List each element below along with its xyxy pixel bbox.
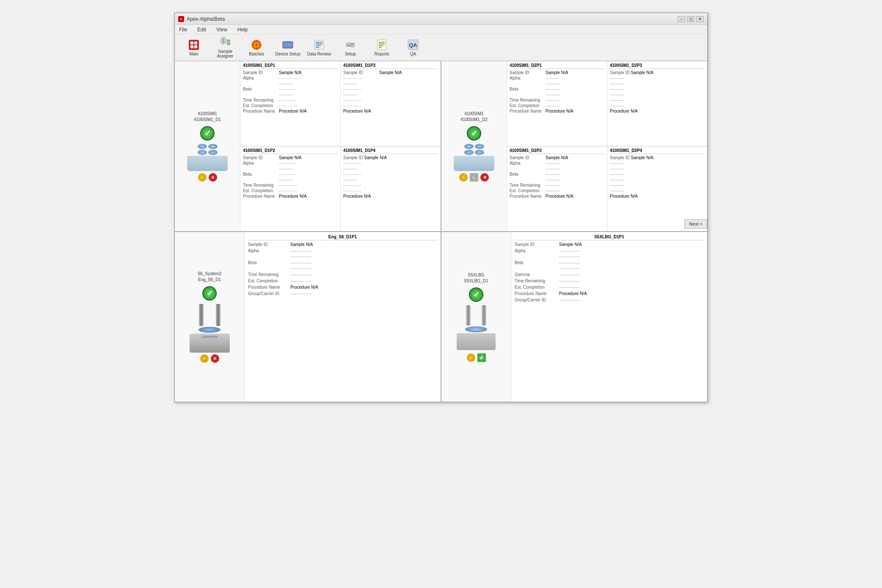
minimize-button[interactable]: – bbox=[678, 16, 685, 22]
maximize-button[interactable]: ◻ bbox=[687, 16, 695, 22]
det-bl-body: CANBERRA bbox=[188, 304, 231, 353]
next-button[interactable]: Next > bbox=[684, 219, 707, 229]
svg-point-12 bbox=[255, 44, 258, 46]
svg-point-16 bbox=[285, 44, 287, 46]
tr-x-icon: ✕ bbox=[480, 173, 489, 182]
det-tr-check: ✓ bbox=[467, 126, 481, 141]
menu-file[interactable]: File bbox=[177, 26, 189, 33]
det-br-body bbox=[455, 305, 497, 352]
detector-bottom-right: S5XLBG S5XLBG_D1 ✓ bbox=[441, 232, 707, 402]
toolbar-qa[interactable]: QA QA bbox=[398, 36, 428, 59]
det-br-status: ⚡ ✓ bbox=[467, 353, 486, 362]
svg-rect-21 bbox=[316, 45, 321, 46]
pos-d1p3: 4100SIM1_D1P3 Sample IDSample N/A ------… bbox=[341, 61, 441, 146]
window-controls: – ◻ ✕ bbox=[678, 16, 704, 22]
detector-bottom-left: S6_System2 Eng_S6_D1 ✓ bbox=[175, 232, 441, 402]
reports-icon bbox=[376, 39, 388, 51]
device-setup-icon bbox=[282, 39, 294, 51]
pos-s6-d1p1: Eng_S6_D1P1 Sample IDSample N/A Alpha---… bbox=[245, 232, 441, 402]
detector-top-left: 4100SIM1 4100SIM1_D1 ✓ bbox=[175, 61, 441, 231]
svg-rect-20 bbox=[316, 44, 322, 44]
bl-x-icon: ✕ bbox=[211, 354, 219, 363]
svg-rect-28 bbox=[379, 42, 385, 43]
svg-rect-4 bbox=[194, 45, 197, 48]
svg-rect-22 bbox=[316, 47, 319, 48]
sample-assigner-icon: + bbox=[219, 36, 231, 48]
det-br-check: ✓ bbox=[469, 287, 483, 302]
toolbar-device-label: Device Setup bbox=[275, 52, 300, 56]
pos-d1p4: 4100SIM1_D1P4 Sample ID Sample N/A -----… bbox=[341, 146, 441, 231]
svg-rect-31 bbox=[379, 47, 381, 48]
br-check-icon: ✓ bbox=[477, 353, 486, 362]
svg-rect-0 bbox=[189, 40, 199, 50]
toolbar-sample-assigner[interactable]: + Sample Assigner bbox=[210, 36, 240, 59]
toolbar-reports[interactable]: Reports bbox=[367, 36, 397, 59]
menu-view[interactable]: View bbox=[215, 26, 229, 33]
br-lightning-icon: ⚡ bbox=[467, 353, 475, 362]
svg-rect-19 bbox=[316, 42, 322, 43]
pos-d2p1: 4100SIM1_D2P1 Sample IDSample N/A Alpha-… bbox=[507, 61, 607, 146]
toolbar-setup[interactable]: Setup bbox=[336, 36, 365, 59]
pos-d2p3: 4100SIM1_D2P3 Sample ID Sample N/A -----… bbox=[607, 61, 707, 146]
batches-icon bbox=[251, 39, 262, 51]
toolbar-reports-label: Reports bbox=[374, 52, 389, 56]
menu-help[interactable]: Help bbox=[236, 26, 250, 33]
pos-d1p2: 4100SIM1_D1P2 Sample IDSample N/A Alpha-… bbox=[240, 146, 341, 231]
lightning-icon: ⚡ bbox=[198, 173, 207, 182]
toolbar-setup-label: Setup bbox=[345, 52, 356, 56]
svg-text:QA: QA bbox=[409, 42, 417, 48]
pos-d1p3-header: 4100SIM1_D1P3 bbox=[343, 63, 438, 69]
toolbar-qa-label: QA bbox=[410, 52, 416, 56]
toolbar-main[interactable]: Main bbox=[179, 36, 209, 59]
toolbar-main-label: Main bbox=[189, 52, 198, 56]
det-tl-body bbox=[187, 144, 228, 171]
pos-d2p2: 4100SIM1_D2P2 Sample IDSample N/A Alpha-… bbox=[507, 146, 607, 231]
det-tl-status: ⚡ ✕ bbox=[198, 173, 217, 182]
tr-wave-icon: ∿ bbox=[470, 173, 478, 182]
toolbar: Main + Sample Assigner bbox=[175, 34, 707, 61]
toolbar-data-review[interactable]: Data Review bbox=[304, 36, 334, 59]
svg-rect-18 bbox=[314, 40, 324, 50]
det-bl-name: S6_System2 Eng_S6_D1 bbox=[198, 271, 222, 283]
pos-d1p1: 4100SIM1_D1P1 Sample IDSample N/A Alpha-… bbox=[240, 61, 341, 146]
svg-rect-1 bbox=[190, 41, 193, 44]
det-tr-name: 4100SIM1 4100SIM1_D2 bbox=[460, 111, 488, 123]
det-tr-status: ⚡ ∿ ✕ bbox=[459, 173, 489, 182]
menu-bar: File Edit View Help bbox=[175, 25, 707, 34]
tr-lightning-icon: ⚡ bbox=[459, 173, 468, 182]
toolbar-sample-label: Sample Assigner bbox=[212, 49, 238, 58]
det-tr-body bbox=[454, 144, 494, 171]
svg-rect-3 bbox=[190, 45, 193, 48]
main-icon bbox=[188, 39, 200, 51]
pos-d2p4: 4100SIM1_D2P4 Sample ID Sample N/A -----… bbox=[607, 146, 707, 231]
toolbar-batches-label: Batches bbox=[249, 52, 264, 56]
det-br-name: S5XLBG S5XLBG_D1 bbox=[464, 272, 488, 284]
svg-text:+: + bbox=[228, 41, 230, 44]
svg-rect-29 bbox=[379, 44, 385, 44]
close-button[interactable]: ✕ bbox=[696, 16, 704, 22]
detector-top-right: 4100SIM1 4100SIM1_D2 ✓ bbox=[441, 61, 707, 231]
toolbar-batches[interactable]: Batches bbox=[242, 36, 271, 59]
x-icon: ✕ bbox=[209, 173, 217, 182]
det-bl-status: ⚡ ✕ bbox=[200, 354, 219, 363]
content-area: 4100SIM1 4100SIM1_D1 ✓ bbox=[175, 61, 707, 402]
setup-icon bbox=[345, 39, 356, 51]
svg-rect-2 bbox=[194, 41, 197, 44]
svg-rect-30 bbox=[379, 45, 383, 46]
title-bar: A Apex-Alpha/Beta – ◻ ✕ bbox=[175, 13, 707, 25]
svg-point-6 bbox=[222, 38, 225, 41]
menu-edit[interactable]: Edit bbox=[196, 26, 208, 33]
title-bar-left: A Apex-Alpha/Beta bbox=[178, 16, 225, 22]
svg-point-25 bbox=[347, 42, 350, 45]
toolbar-data-label: Data Review bbox=[307, 52, 331, 56]
svg-point-7 bbox=[222, 41, 225, 43]
toolbar-device-setup[interactable]: Device Setup bbox=[273, 36, 303, 59]
qa-icon: QA bbox=[407, 39, 419, 51]
det-tl-check: ✓ bbox=[200, 126, 215, 141]
bl-lightning-icon: ⚡ bbox=[200, 354, 209, 363]
det-tl-name: 4100SIM1 4100SIM1_D1 bbox=[194, 111, 221, 123]
main-window: A Apex-Alpha/Beta – ◻ ✕ File Edit View H… bbox=[174, 13, 708, 402]
app-icon: A bbox=[178, 16, 184, 22]
svg-rect-27 bbox=[378, 40, 386, 50]
svg-point-26 bbox=[351, 44, 353, 47]
